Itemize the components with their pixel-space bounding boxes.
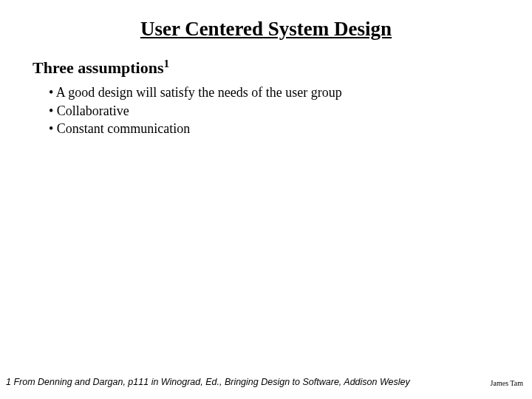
content-area: Three assumptions1 A good design will sa… (0, 57, 532, 137)
list-item: A good design will satisfy the needs of … (49, 83, 499, 101)
subheading: Three assumptions1 (33, 57, 499, 78)
bullet-list: A good design will satisfy the needs of … (33, 83, 499, 137)
list-item: Collaborative (49, 102, 499, 120)
page-title: User Centered System Design (0, 18, 532, 41)
list-item: Constant communication (49, 120, 499, 137)
subheading-superscript: 1 (163, 57, 169, 69)
author-name: James Tam (491, 379, 523, 387)
footnote: 1 From Denning and Dargan, p111 in Winog… (6, 377, 410, 387)
subheading-text: Three assumptions (33, 58, 163, 77)
